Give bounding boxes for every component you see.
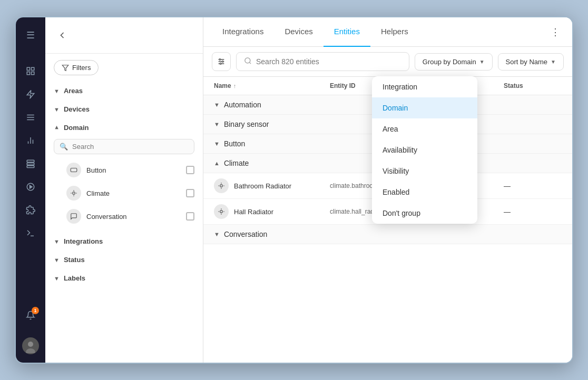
- integrations-chevron: ▼: [54, 238, 60, 245]
- entity-name-hall-radiator: Hall Radiator: [214, 204, 330, 219]
- svg-rect-20: [71, 168, 77, 172]
- dashboard-icon[interactable]: [21, 62, 40, 81]
- group-by-button[interactable]: Group by Domain ▼: [415, 53, 493, 71]
- sidebar-section-areas[interactable]: ▼ Areas: [45, 82, 203, 100]
- domain-search-box[interactable]: 🔍: [54, 139, 194, 154]
- dropdown-domain-label: Domain: [383, 104, 408, 112]
- notification-button[interactable]: 1: [21, 306, 40, 325]
- labels-chevron: ▼: [54, 275, 60, 282]
- areas-label: Areas: [64, 87, 83, 95]
- dropdown-availability-label: Availability: [383, 146, 417, 154]
- sort-by-dropdown-arrow: ▼: [551, 59, 556, 65]
- svg-rect-11: [27, 163, 34, 165]
- domain-label: Domain: [64, 124, 89, 132]
- col-status: Status: [504, 82, 562, 89]
- group-conversation[interactable]: ▼ Conversation: [203, 225, 572, 244]
- areas-chevron: ▼: [54, 88, 60, 94]
- filters-button[interactable]: Filters: [54, 60, 99, 75]
- climate-domain-checkbox[interactable]: [186, 189, 194, 197]
- tab-devices-label: Devices: [285, 27, 312, 36]
- name-sort-icon: ↑: [233, 83, 237, 89]
- domain-item-button[interactable]: Button: [45, 158, 203, 182]
- dropdown-item-enabled[interactable]: Enabled: [372, 182, 477, 203]
- climate-group-label: Climate: [224, 159, 249, 167]
- hall-radiator-icon: [214, 204, 229, 219]
- entity-search-bar[interactable]: [236, 52, 409, 71]
- domain-item-conversation[interactable]: Conversation: [45, 205, 203, 228]
- media-icon[interactable]: [21, 177, 40, 196]
- dropdown-item-visibility[interactable]: Visibility: [372, 161, 477, 182]
- col-name-label: Name: [214, 82, 231, 89]
- group-by-dropdown-arrow: ▼: [479, 59, 485, 65]
- entity-name-bathroom-radiator: Bathroom Radiator: [214, 178, 330, 193]
- conversation-group-label: Conversation: [224, 230, 268, 238]
- dropdown-item-availability[interactable]: Availability: [372, 139, 477, 161]
- main-content: Integrations Devices Entities Helpers ⋮: [203, 17, 572, 363]
- dropdown-item-dont-group[interactable]: Don't group: [372, 203, 477, 224]
- button-domain-icon: [66, 163, 81, 177]
- filters-label: Filters: [72, 64, 91, 72]
- tab-helpers[interactable]: Helpers: [370, 17, 419, 47]
- domain-chevron: ▼: [54, 125, 60, 131]
- sidebar-filters: Filters: [45, 54, 203, 82]
- hall-radiator-status: —: [504, 208, 562, 216]
- conversation-domain-label: Conversation: [86, 213, 181, 221]
- tab-entities[interactable]: Entities: [324, 17, 370, 47]
- conversation-group-chevron: ▼: [214, 231, 220, 237]
- sidebar-section-integrations[interactable]: ▼ Integrations: [45, 232, 203, 251]
- terminal-icon[interactable]: [21, 224, 40, 243]
- sidebar-content: ▼ Areas ▼ Devices ▼ Domain 🔍: [45, 82, 203, 363]
- svg-rect-3: [32, 72, 34, 75]
- domain-search-input[interactable]: [72, 143, 189, 151]
- tab-integrations[interactable]: Integrations: [212, 17, 274, 47]
- svg-rect-1: [32, 67, 34, 70]
- climate-domain-icon: [66, 186, 81, 201]
- entity-search-input[interactable]: [256, 57, 401, 66]
- binary-sensor-group-chevron: ▼: [214, 121, 220, 127]
- col-name: Name ↑: [214, 82, 330, 89]
- storage-icon[interactable]: [21, 154, 40, 173]
- nav-more-button[interactable]: ⋮: [547, 24, 564, 41]
- extensions-icon[interactable]: [21, 201, 40, 219]
- svg-marker-19: [62, 65, 68, 71]
- svg-rect-10: [27, 160, 34, 162]
- binary-sensor-group-label: Binary sensor: [224, 120, 269, 128]
- search-icon: [244, 57, 252, 66]
- sidebar-section-status[interactable]: ▼ Status: [45, 251, 203, 269]
- dropdown-integration-label: Integration: [383, 83, 417, 91]
- lightning-icon[interactable]: [21, 85, 40, 104]
- domain-item-climate[interactable]: Climate: [45, 182, 203, 205]
- sidebar-section-domain[interactable]: ▼ Domain: [45, 118, 203, 137]
- domain-search-icon: 🔍: [60, 143, 68, 151]
- top-nav: Integrations Devices Entities Helpers ⋮: [203, 17, 572, 47]
- devices-chevron: ▼: [54, 106, 60, 113]
- dropdown-item-area[interactable]: Area: [372, 118, 477, 139]
- status-label: Status: [64, 256, 85, 264]
- back-button[interactable]: [54, 27, 71, 44]
- conversation-domain-checkbox[interactable]: [186, 212, 194, 221]
- button-domain-label: Button: [86, 166, 181, 174]
- svg-point-34: [220, 185, 223, 187]
- sidebar-section-devices[interactable]: ▼ Devices: [45, 100, 203, 118]
- dropdown-visibility-label: Visibility: [383, 167, 409, 175]
- svg-marker-14: [30, 185, 33, 188]
- sort-by-button[interactable]: Sort by Name ▼: [498, 53, 564, 71]
- tune-button[interactable]: [212, 52, 231, 71]
- app-window: ☰: [15, 16, 573, 364]
- avatar[interactable]: [22, 337, 39, 354]
- conversation-domain-icon: [66, 209, 81, 224]
- sort-by-label: Sort by Name: [506, 58, 547, 66]
- tab-devices[interactable]: Devices: [274, 17, 323, 47]
- button-domain-checkbox[interactable]: [186, 166, 194, 174]
- sidebar-section-labels[interactable]: ▼ Labels: [45, 269, 203, 287]
- chart-icon[interactable]: [21, 131, 40, 150]
- svg-rect-12: [27, 166, 34, 168]
- menu-icon[interactable]: ☰: [21, 26, 40, 45]
- svg-point-21: [73, 192, 75, 195]
- list-icon[interactable]: [21, 108, 40, 127]
- dropdown-item-domain[interactable]: Domain: [372, 97, 477, 118]
- dropdown-item-integration[interactable]: Integration: [372, 76, 477, 97]
- svg-point-29: [219, 59, 221, 61]
- svg-point-30: [222, 61, 223, 63]
- svg-point-17: [28, 342, 33, 347]
